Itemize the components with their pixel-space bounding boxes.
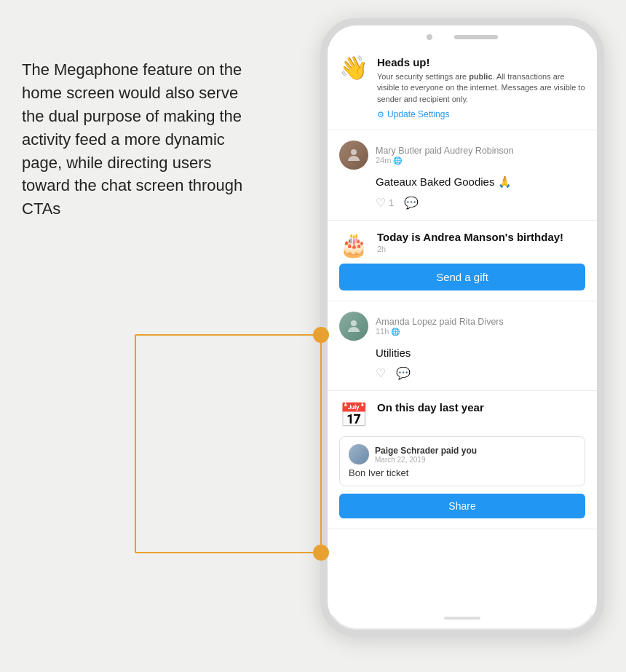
phone-home-indicator (444, 617, 480, 620)
comment-button-1[interactable]: 💬 (404, 196, 419, 210)
memory-name: Paige Schrader paid you (375, 446, 576, 456)
transaction-1-desc: Gateaux Baked Goodies 🙏 (339, 173, 585, 190)
settings-gear-icon: ⚙ (377, 110, 384, 119)
birthday-card: 🎂 Today is Andrea Manson's birthday! 2h … (328, 221, 597, 301)
heart-icon-2: ♡ (376, 366, 386, 380)
heart-icon: ♡ (376, 196, 386, 210)
transaction-1-actions: ♡ 1 💬 (339, 193, 585, 210)
heads-up-emoji: 👋 (339, 56, 368, 79)
comment-icon-2: 💬 (396, 366, 411, 380)
comment-icon-1: 💬 (404, 196, 419, 210)
avatar-mary (339, 141, 368, 170)
like-count-1: 1 (389, 197, 394, 208)
transaction-2-desc: Utilities (339, 344, 585, 360)
memory-desc: Bon Iver ticket (349, 467, 576, 478)
memory-avatar (349, 444, 369, 465)
share-button[interactable]: Share (339, 494, 585, 518)
phone-top-bar (328, 25, 597, 46)
transaction-2-card: Amanda Lopez paid Rita Divers 11h 🌐 Util… (328, 301, 597, 391)
transaction-1-names: Mary Butler paid Audrey Robinson (376, 146, 585, 156)
globe-icon-2: 🌐 (391, 328, 400, 336)
heads-up-body: Your security settings are public. All t… (377, 71, 585, 105)
avatar-amanda (339, 312, 368, 341)
on-this-day-content: On this day last year (377, 401, 484, 414)
birthday-title: Today is Andrea Manson's birthday! (377, 231, 563, 243)
transaction-2-names: Amanda Lopez paid Rita Divers (376, 317, 585, 327)
on-this-day-title: On this day last year (377, 401, 484, 414)
transaction-1-card: Mary Butler paid Audrey Robinson 24m 🌐 G… (328, 130, 597, 221)
heads-up-title: Heads up! (377, 56, 585, 68)
comment-button-2[interactable]: 💬 (396, 366, 411, 380)
annotation-dot-top (313, 327, 329, 343)
phone-screen: 👋 Heads up! Your security settings are p… (328, 46, 597, 615)
phone-speaker (454, 35, 498, 39)
transaction-1-time: 24m 🌐 (376, 156, 585, 165)
birthday-content: Today is Andrea Manson's birthday! 2h (377, 231, 563, 261)
like-button-2[interactable]: ♡ (376, 366, 386, 380)
birthday-emoji: 🎂 (339, 231, 368, 258)
transaction-1-meta: Mary Butler paid Audrey Robinson 24m 🌐 (376, 146, 585, 165)
description-text: The Megaphone feature on the home screen… (22, 58, 247, 221)
memory-card: Paige Schrader paid you March 22, 2019 B… (339, 436, 585, 486)
phone-camera (427, 34, 432, 40)
svg-point-4 (351, 149, 357, 155)
transaction-2-time: 11h 🌐 (376, 327, 585, 336)
birthday-time: 2h (377, 245, 563, 253)
memory-info: Paige Schrader paid you March 22, 2019 (375, 446, 576, 464)
globe-icon: 🌐 (393, 157, 402, 165)
svg-point-5 (351, 320, 357, 326)
calendar-emoji: 📅 (339, 401, 368, 429)
like-button-1[interactable]: ♡ 1 (376, 196, 394, 210)
transaction-2-meta: Amanda Lopez paid Rita Divers 11h 🌐 (376, 317, 585, 336)
memory-date: March 22, 2019 (375, 456, 576, 464)
phone-shell: 👋 Heads up! Your security settings are p… (320, 18, 604, 637)
heads-up-content: Heads up! Your security settings are pub… (377, 56, 585, 119)
phone-mockup: 👋 Heads up! Your security settings are p… (320, 18, 611, 652)
transaction-2-actions: ♡ 💬 (339, 363, 585, 380)
annotation-dot-bottom (313, 545, 329, 561)
send-gift-button[interactable]: Send a gift (339, 264, 585, 290)
heads-up-card: 👋 Heads up! Your security settings are p… (328, 46, 597, 130)
update-settings-link[interactable]: ⚙ Update Settings (377, 109, 585, 119)
on-this-day-card: 📅 On this day last year Paige Schrader p… (328, 391, 597, 529)
